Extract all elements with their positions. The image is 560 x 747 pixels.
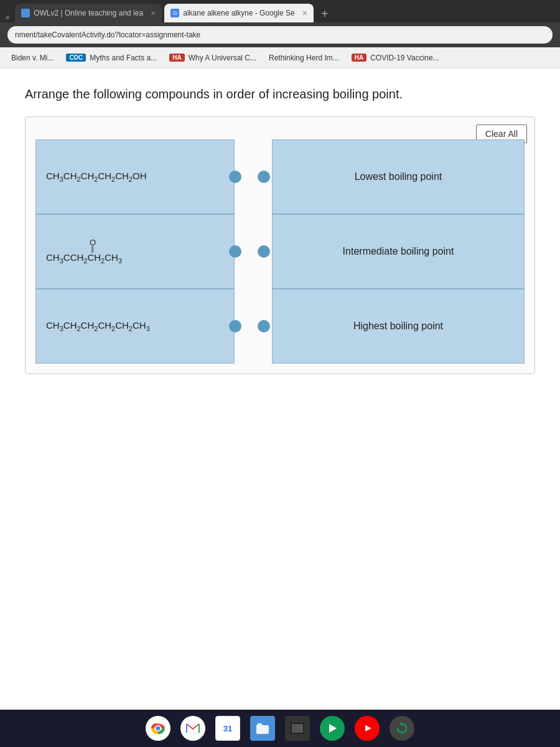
svg-point-2 [156,726,161,731]
svg-marker-6 [329,724,337,733]
refresh-taskbar-icon[interactable] [390,716,414,741]
drop-handle-lowest [258,171,270,183]
close-tab-button[interactable]: × [5,12,10,22]
tab-owl[interactable]: OWLv2 | Online teaching and lea × [15,4,162,22]
tab-bar: × OWLv2 | Online teaching and lea × G al… [0,0,560,22]
youtube-taskbar-icon[interactable] [355,716,380,741]
address-bar-row: nment/takeCovalentActivity.do?locator=as… [0,22,560,47]
bookmark-why-universal[interactable]: HA Why A Universal C... [164,52,261,64]
target-highest[interactable]: Highest boiling point [272,289,525,364]
bookmark-myths-label: Myths and Facts a... [90,54,157,62]
tab-google[interactable]: G alkane alkene alkyne - Google Se × [164,4,314,22]
compound-formula-1: CH3CH2CH2CH2CH2OH [46,171,146,183]
svg-marker-9 [399,722,402,726]
google-favicon: G [170,9,179,17]
target-intermediate[interactable]: Intermediate boiling point [272,214,525,289]
badge-ha-2: HA [352,54,366,62]
address-text: nment/takeCovalentActivity.do?locator=as… [15,31,200,39]
bookmarks-bar: Biden v. Mi... CDC Myths and Facts a... … [0,47,560,68]
badge-cdc: CDC [66,54,86,62]
files-taskbar-icon[interactable] [250,716,275,741]
compound-box-1[interactable]: CH3CH2CH2CH2CH2OH [35,139,235,214]
bookmark-why-label: Why A Universal C... [189,54,256,62]
left-column: CH3CH2CH2CH2CH2OH O ‖ CH3CC [35,139,235,364]
bookmark-biden[interactable]: Biden v. Mi... [6,52,58,64]
browser-window: × OWLv2 | Online teaching and lea × G al… [0,0,560,747]
compound-formula-2: O ‖ CH3CCH2CH2CH3 [46,238,122,265]
target-lowest-label: Lowest boiling point [355,171,442,182]
bookmark-rethinking[interactable]: Rethinking Herd Im... [264,52,344,64]
owl-favicon [21,9,30,17]
taskbar: 31 [0,710,560,747]
new-tab-button[interactable]: + [316,5,334,22]
tab-owl-close[interactable]: × [151,8,156,18]
bookmark-biden-label: Biden v. Mi... [11,54,54,62]
bookmark-myths[interactable]: CDC Myths and Facts a... [61,52,162,64]
svg-rect-5 [292,724,303,733]
tab-google-label: alkane alkene alkyne - Google Se [183,9,294,17]
bookmark-rethinking-label: Rethinking Herd Im... [269,54,339,62]
tab-owl-label: OWLv2 | Online teaching and lea [34,9,143,17]
target-highest-label: Highest boiling point [353,321,443,332]
browser-content: Arrange the following compounds in order… [0,68,560,710]
play-taskbar-icon[interactable] [320,716,345,741]
right-column: Lowest boiling point Intermediate boilin… [272,139,525,364]
bookmark-covid-label: COVID-19 Vaccine... [370,54,439,62]
drag-handle-3[interactable] [229,320,241,332]
calendar-date: 31 [223,724,232,733]
address-bar[interactable]: nment/takeCovalentActivity.do?locator=as… [7,26,553,44]
page-title: Arrange the following compounds in order… [25,87,535,101]
target-lowest[interactable]: Lowest boiling point [272,139,525,214]
drag-handle-1[interactable] [229,171,241,183]
drop-handle-highest [258,320,270,332]
calendar-taskbar-icon[interactable]: 31 [215,716,240,741]
badge-ha-1: HA [169,54,184,62]
tab-google-close[interactable]: × [302,8,307,18]
compound-box-3[interactable]: CH3CH2CH2CH2CH2CH3 [35,289,235,364]
target-intermediate-label: Intermediate boiling point [343,246,454,257]
drop-handle-intermediate [258,245,270,258]
bookmark-covid[interactable]: HA COVID-19 Vaccine... [347,52,444,64]
chrome-taskbar-icon[interactable] [146,716,170,741]
media-taskbar-icon[interactable] [285,716,310,741]
page-content: Arrange the following compounds in order… [0,68,560,710]
columns-layout: CH3CH2CH2CH2CH2OH O ‖ CH3CC [35,139,525,364]
drag-handle-2[interactable] [229,245,241,258]
compound-formula-3: CH3CH2CH2CH2CH2CH3 [46,320,150,332]
gmail-taskbar-icon[interactable] [180,716,205,741]
activity-container: Clear All CH3CH2CH2CH2CH2OH [25,116,535,374]
compound-box-2[interactable]: O ‖ CH3CCH2CH2CH3 [35,214,235,289]
